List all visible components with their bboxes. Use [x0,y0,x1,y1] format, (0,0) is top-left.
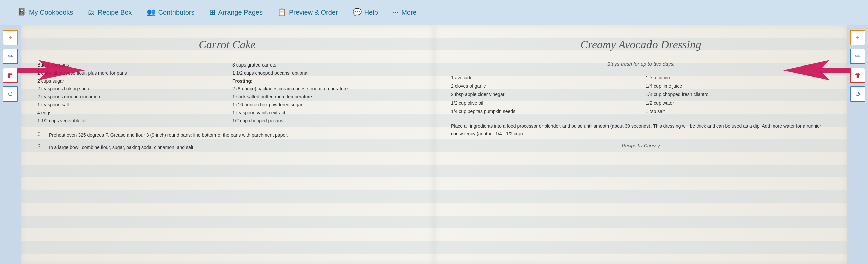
avocado-item: 1/2 cup olive oil [451,99,636,107]
left-side-buttons: + ✏ 🗑 ↺ [0,25,21,264]
ingredient-item: Butter, for pans [37,61,222,69]
right-page-body: Place all ingredients into a food proces… [451,122,831,138]
ingredients-col2: 3 cups grated carrots 1 1/2 cups chopped… [232,61,417,125]
help-icon: 💬 [352,8,362,17]
more-icon: ··· [393,8,399,17]
edit-page-left-button[interactable]: ✏ [3,49,18,64]
right-page-byline: Recipe by Chrissy [451,143,831,149]
avocado-col2: 1 tsp cumin 1/4 cup lime juice 1/4 cup c… [646,74,831,115]
add-icon-left: + [8,34,12,42]
nav-item-more[interactable]: ··· More [385,8,424,17]
avocado-item: 1/4 cup pepitas pumpkin seeds [451,107,636,115]
preview-order-icon: 📋 [277,8,286,17]
step-number-2: 2 [37,144,44,151]
ingredient-item: 1 (16-ounce) box powdered sugar [232,101,417,109]
cookbooks-icon: 📓 [17,8,26,17]
refresh-icon-right: ↺ [855,90,861,98]
avocado-item: 1/4 cup chopped fresh cilantro [646,90,831,99]
avocado-col1: 1 avocado 2 cloves of garlic 2 tbsp appl… [451,74,636,115]
recipe-box-icon: 🗂 [88,8,95,17]
step-1: 1 Preheat oven 325 degrees F. Grease and… [37,131,417,139]
step-text-2: In a large bowl, combine flour, sugar, b… [49,144,195,151]
edit-icon-left: ✏ [8,52,13,60]
ingredient-item: 1 teaspoon vanilla extract [232,109,417,117]
nav-item-arrange-pages[interactable]: ⊞ Arrange Pages [202,8,270,17]
book-spread: Carrot Cake Butter, for pans 2 cups all-… [21,25,847,264]
ingredient-item: 3 cups grated carrots [232,61,417,69]
nav-item-preview-order[interactable]: 📋 Preview & Order [270,8,345,17]
ingredient-item: 1/2 cup chopped pecans [232,117,417,125]
step-text-1: Preheat oven 325 degrees F. Grease and f… [49,131,288,139]
right-page: Creamy Avocado Dressing Stays fresh for … [434,25,847,264]
delete-page-left-button[interactable]: 🗑 [3,68,18,83]
avocado-item: 1/4 cup lime juice [646,82,831,90]
delete-icon-right: 🗑 [854,72,861,79]
avocado-item: 2 tbsp apple cider vinegar [451,90,636,99]
add-icon-right: + [856,34,860,42]
refresh-icon-left: ↺ [8,90,13,98]
avocado-item: 1 tsp salt [646,107,831,115]
avocado-item: 1/2 cup water [646,99,831,107]
ingredient-item: 2 cups sugar [37,77,222,85]
right-side-buttons: + ✏ 🗑 ↺ [847,25,868,264]
ingredient-item: 2 teaspoons ground cinnamon [37,93,222,101]
nav-bar: 📓 My Cookbooks 🗂 Recipe Box 👥 Contributo… [0,0,868,25]
nav-item-my-cookbooks[interactable]: 📓 My Cookbooks [10,8,81,17]
delete-icon-left: 🗑 [7,72,14,79]
ingredient-item: 1 teaspoon salt [37,101,222,109]
step-2: 2 In a large bowl, combine flour, sugar,… [37,144,417,151]
ingredient-item: 1 1/2 cups vegetable oil [37,117,222,125]
avocado-item: 1 avocado [451,74,636,82]
nav-item-recipe-box[interactable]: 🗂 Recipe Box [81,8,139,17]
ingredient-item: 4 eggs [37,109,222,117]
content-area: + ✏ 🗑 ↺ Carrot Cake Butter, for pans 2 c… [0,25,868,264]
right-page-subtitle: Stays fresh for up to two days. [451,61,831,67]
edit-icon-right: ✏ [855,52,861,60]
add-page-left-button[interactable]: + [3,30,18,46]
nav-label-my-cookbooks: My Cookbooks [29,9,73,17]
right-page-title: Creamy Avocado Dressing [451,38,831,51]
nav-label-help: Help [364,9,378,17]
nav-label-more: More [401,9,417,17]
avocado-item: 1 tsp cumin [646,74,831,82]
ingredient-item: 2 (8-ounce) packages cream cheese, room … [232,85,417,93]
nav-label-contributors: Contributors [158,9,195,17]
left-ingredients-grid: Butter, for pans 2 cups all-purpose flou… [37,61,417,125]
nav-label-recipe-box: Recipe Box [98,9,132,17]
ingredient-item: 1 1/2 cups chopped pecans, optional [232,69,417,77]
nav-label-arrange-pages: Arrange Pages [218,9,262,17]
contributors-icon: 👥 [147,8,156,17]
nav-item-contributors[interactable]: 👥 Contributors [140,8,202,17]
refresh-page-left-button[interactable]: ↺ [3,86,18,102]
delete-page-right-button[interactable]: 🗑 [850,68,865,83]
avocado-item: 2 cloves of garlic [451,82,636,90]
nav-label-preview-order: Preview & Order [289,9,338,17]
nav-item-help[interactable]: 💬 Help [345,8,385,17]
ingredient-item: 2 cups all-purpose flour, plus more for … [37,69,222,77]
ingredient-item-frosting: Frosting: [232,77,417,85]
right-ingredients-grid: 1 avocado 2 cloves of garlic 2 tbsp appl… [451,74,831,115]
edit-page-right-button[interactable]: ✏ [850,49,865,64]
ingredients-col1: Butter, for pans 2 cups all-purpose flou… [37,61,222,125]
refresh-page-right-button[interactable]: ↺ [850,86,865,102]
left-page: Carrot Cake Butter, for pans 2 cups all-… [21,25,434,264]
arrange-pages-icon: ⊞ [210,8,216,17]
step-number-1: 1 [37,131,44,139]
ingredient-item: 1 stick salted butter, room temperature [232,93,417,101]
left-page-title: Carrot Cake [37,38,417,51]
add-page-right-button[interactable]: + [850,30,865,46]
ingredient-item: 2 teaspoons baking soda [37,85,222,93]
